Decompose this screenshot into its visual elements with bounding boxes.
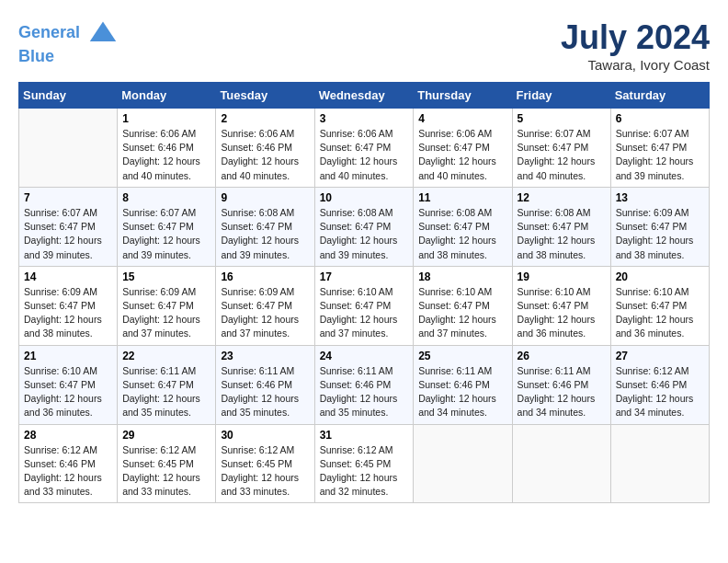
day-number: 2 (221, 112, 309, 125)
day-number: 16 (221, 270, 309, 283)
calendar-cell: 30Sunrise: 6:12 AM Sunset: 6:45 PM Dayli… (216, 424, 314, 503)
day-info: Sunrise: 6:10 AM Sunset: 6:47 PM Dayligh… (418, 285, 506, 341)
day-info: Sunrise: 6:12 AM Sunset: 6:45 PM Dayligh… (221, 443, 309, 500)
day-number: 18 (418, 270, 506, 283)
calendar-cell: 4Sunrise: 6:06 AM Sunset: 6:47 PM Daylig… (414, 109, 512, 188)
day-number: 28 (24, 429, 112, 442)
header-wednesday: Wednesday (314, 83, 414, 109)
svg-marker-0 (90, 22, 116, 41)
day-info: Sunrise: 6:12 AM Sunset: 6:46 PM Dayligh… (616, 364, 704, 420)
calendar-cell: 1Sunrise: 6:06 AM Sunset: 6:46 PM Daylig… (118, 109, 216, 188)
page-header: General Blue July 2024 Tawara, Ivory Coa… (18, 18, 710, 73)
day-number: 15 (122, 270, 210, 283)
day-number: 20 (616, 270, 704, 283)
day-info: Sunrise: 6:07 AM Sunset: 6:47 PM Dayligh… (518, 127, 606, 183)
day-info: Sunrise: 6:09 AM Sunset: 6:47 PM Dayligh… (122, 285, 210, 341)
calendar-week-1: 1Sunrise: 6:06 AM Sunset: 6:46 PM Daylig… (19, 109, 710, 188)
day-info: Sunrise: 6:08 AM Sunset: 6:47 PM Dayligh… (518, 206, 606, 262)
calendar-cell (512, 424, 610, 503)
day-number: 7 (24, 191, 112, 204)
calendar-cell: 26Sunrise: 6:11 AM Sunset: 6:46 PM Dayli… (512, 345, 610, 424)
calendar-cell: 20Sunrise: 6:10 AM Sunset: 6:47 PM Dayli… (610, 266, 709, 345)
day-number: 19 (518, 270, 606, 283)
day-info: Sunrise: 6:08 AM Sunset: 6:47 PM Dayligh… (418, 206, 506, 262)
day-number: 10 (320, 191, 409, 204)
header-thursday: Thursday (414, 83, 512, 109)
day-info: Sunrise: 6:11 AM Sunset: 6:46 PM Dayligh… (418, 364, 506, 420)
logo-blue: Blue (18, 47, 54, 65)
day-info: Sunrise: 6:11 AM Sunset: 6:47 PM Dayligh… (122, 364, 210, 420)
day-number: 9 (221, 191, 309, 204)
calendar-week-3: 14Sunrise: 6:09 AM Sunset: 6:47 PM Dayli… (19, 266, 710, 345)
day-number: 4 (418, 112, 506, 125)
calendar-cell: 27Sunrise: 6:12 AM Sunset: 6:46 PM Dayli… (610, 345, 709, 424)
calendar-week-4: 21Sunrise: 6:10 AM Sunset: 6:47 PM Dayli… (19, 345, 710, 424)
calendar-cell: 14Sunrise: 6:09 AM Sunset: 6:47 PM Dayli… (19, 266, 118, 345)
calendar-cell: 19Sunrise: 6:10 AM Sunset: 6:47 PM Dayli… (512, 266, 610, 345)
calendar-cell (414, 424, 512, 503)
day-number: 25 (418, 350, 506, 362)
day-info: Sunrise: 6:07 AM Sunset: 6:47 PM Dayligh… (24, 206, 112, 262)
calendar-week-5: 28Sunrise: 6:12 AM Sunset: 6:46 PM Dayli… (19, 424, 710, 503)
day-info: Sunrise: 6:09 AM Sunset: 6:47 PM Dayligh… (24, 285, 112, 341)
day-number: 17 (320, 270, 409, 283)
day-number: 13 (616, 191, 704, 204)
header-tuesday: Tuesday (216, 83, 314, 109)
calendar-cell: 23Sunrise: 6:11 AM Sunset: 6:46 PM Dayli… (216, 345, 314, 424)
day-number: 5 (518, 112, 606, 125)
day-info: Sunrise: 6:08 AM Sunset: 6:47 PM Dayligh… (221, 206, 309, 262)
day-number: 8 (122, 191, 210, 204)
day-info: Sunrise: 6:11 AM Sunset: 6:46 PM Dayligh… (518, 364, 606, 420)
header-sunday: Sunday (19, 83, 118, 109)
calendar-cell: 25Sunrise: 6:11 AM Sunset: 6:46 PM Dayli… (414, 345, 512, 424)
calendar-cell: 17Sunrise: 6:10 AM Sunset: 6:47 PM Dayli… (314, 266, 414, 345)
title-block: July 2024 Tawara, Ivory Coast (561, 18, 710, 73)
calendar-body: 1Sunrise: 6:06 AM Sunset: 6:46 PM Daylig… (19, 109, 710, 503)
calendar-cell: 11Sunrise: 6:08 AM Sunset: 6:47 PM Dayli… (414, 187, 512, 266)
header-monday: Monday (118, 83, 216, 109)
day-info: Sunrise: 6:07 AM Sunset: 6:47 PM Dayligh… (122, 206, 210, 262)
day-number: 27 (616, 350, 704, 362)
day-info: Sunrise: 6:06 AM Sunset: 6:46 PM Dayligh… (122, 127, 210, 183)
day-info: Sunrise: 6:10 AM Sunset: 6:47 PM Dayligh… (616, 285, 704, 341)
day-info: Sunrise: 6:06 AM Sunset: 6:47 PM Dayligh… (320, 127, 409, 183)
calendar-cell: 28Sunrise: 6:12 AM Sunset: 6:46 PM Dayli… (19, 424, 118, 503)
day-info: Sunrise: 6:10 AM Sunset: 6:47 PM Dayligh… (320, 285, 409, 341)
day-number: 23 (221, 350, 309, 362)
location: Tawara, Ivory Coast (561, 57, 710, 73)
logo-icon (88, 18, 118, 48)
calendar-week-2: 7Sunrise: 6:07 AM Sunset: 6:47 PM Daylig… (19, 187, 710, 266)
day-info: Sunrise: 6:09 AM Sunset: 6:47 PM Dayligh… (616, 206, 704, 262)
calendar-table: Sunday Monday Tuesday Wednesday Thursday… (18, 82, 710, 503)
calendar-cell: 3Sunrise: 6:06 AM Sunset: 6:47 PM Daylig… (314, 109, 414, 188)
calendar-cell: 13Sunrise: 6:09 AM Sunset: 6:47 PM Dayli… (610, 187, 709, 266)
calendar-cell (610, 424, 709, 503)
calendar-cell: 5Sunrise: 6:07 AM Sunset: 6:47 PM Daylig… (512, 109, 610, 188)
logo-general: General (18, 23, 80, 41)
logo-text: General Blue (18, 18, 118, 66)
calendar-cell: 2Sunrise: 6:06 AM Sunset: 6:46 PM Daylig… (216, 109, 314, 188)
calendar-cell: 6Sunrise: 6:07 AM Sunset: 6:47 PM Daylig… (610, 109, 709, 188)
calendar-cell: 21Sunrise: 6:10 AM Sunset: 6:47 PM Dayli… (19, 345, 118, 424)
day-info: Sunrise: 6:07 AM Sunset: 6:47 PM Dayligh… (616, 127, 704, 183)
logo: General Blue (18, 18, 118, 66)
day-info: Sunrise: 6:08 AM Sunset: 6:47 PM Dayligh… (320, 206, 409, 262)
day-number: 26 (518, 350, 606, 362)
calendar-cell: 24Sunrise: 6:11 AM Sunset: 6:46 PM Dayli… (314, 345, 414, 424)
day-number: 22 (122, 350, 210, 362)
calendar-cell: 10Sunrise: 6:08 AM Sunset: 6:47 PM Dayli… (314, 187, 414, 266)
calendar-cell (19, 109, 118, 188)
calendar-cell: 15Sunrise: 6:09 AM Sunset: 6:47 PM Dayli… (118, 266, 216, 345)
month-title: July 2024 (561, 18, 710, 57)
day-info: Sunrise: 6:11 AM Sunset: 6:46 PM Dayligh… (221, 364, 309, 420)
day-number: 11 (418, 191, 506, 204)
calendar-header-row: Sunday Monday Tuesday Wednesday Thursday… (19, 83, 710, 109)
calendar-cell: 31Sunrise: 6:12 AM Sunset: 6:45 PM Dayli… (314, 424, 414, 503)
day-info: Sunrise: 6:12 AM Sunset: 6:45 PM Dayligh… (122, 443, 210, 500)
day-number: 31 (320, 429, 409, 442)
calendar-cell: 12Sunrise: 6:08 AM Sunset: 6:47 PM Dayli… (512, 187, 610, 266)
day-info: Sunrise: 6:10 AM Sunset: 6:47 PM Dayligh… (24, 364, 112, 420)
day-info: Sunrise: 6:10 AM Sunset: 6:47 PM Dayligh… (518, 285, 606, 341)
calendar-cell: 16Sunrise: 6:09 AM Sunset: 6:47 PM Dayli… (216, 266, 314, 345)
day-info: Sunrise: 6:12 AM Sunset: 6:46 PM Dayligh… (24, 443, 112, 500)
